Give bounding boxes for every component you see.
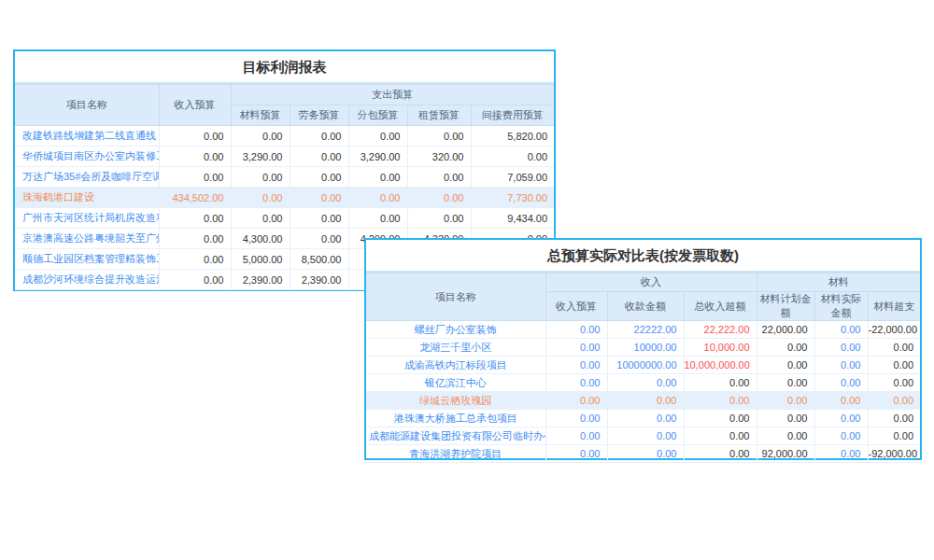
project-name-cell[interactable]: 顺德工业园区档案管理精装饰工程 [15,249,159,270]
table-row[interactable]: 广州市天河区统计局机房改造项目 0.00 0.00 0.00 0.00 0.00… [15,208,554,229]
value-cell: 0.00 [684,427,757,445]
value-cell: 0.00 [545,445,607,463]
value-cell: 0.00 [545,374,607,392]
col-group-income: 收入 [545,273,757,292]
value-cell: 0.00 [684,410,757,427]
project-name-cell[interactable]: 港珠澳大桥施工总承包项目 [366,410,545,427]
value-cell: 0.00 [407,188,471,208]
project-name-cell[interactable]: 龙湖三千里小区 [366,339,545,357]
value-cell: 4,300.00 [231,229,290,249]
table-row[interactable]: 成都能源建设集团投资有限公司临时办公场所装修 0.00 0.00 0.00 0.… [366,427,920,445]
col-header-labor-budget: 劳务预算 [290,105,348,126]
value-cell: 0.00 [348,167,407,188]
value-cell: 0.00 [231,167,290,188]
value-cell: 0.00 [684,374,757,392]
value-cell: 0.00 [757,392,814,410]
value-cell: 0.00 [231,188,290,208]
value-cell: 0.00 [868,392,920,410]
table-row[interactable]: 绿城云栖玫瑰园 0.00 0.00 0.00 0.00 0.00 0.00 [366,392,920,410]
panel1-title: 目标利润报表 [15,51,554,84]
value-cell: -92,000.00 [868,445,920,463]
value-cell: 0.00 [814,339,868,357]
value-cell: 8,500.00 [290,249,348,270]
project-name-cell[interactable]: 广州市天河区统计局机房改造项目 [15,208,159,229]
value-cell: 7,059.00 [471,167,554,188]
value-cell: 22222.00 [607,321,684,339]
col-header-project-name: 项目名称 [15,85,159,126]
table-row[interactable]: 改建铁路线增建第二线直通线（成 0.00 0.00 0.00 0.00 0.00… [15,126,554,147]
value-cell: 0.00 [159,249,231,270]
value-cell: 0.00 [159,270,231,290]
project-name-cell[interactable]: 螺丝厂办公室装饰 [366,321,545,339]
value-cell: 0.00 [159,229,231,249]
value-cell: 320.00 [407,147,471,167]
table-row[interactable]: 银亿滨江中心 0.00 0.00 0.00 0.00 0.00 0.00 [366,374,920,392]
value-cell: 0.00 [868,410,920,427]
col-header-income-budget: 收入预算 [159,85,231,126]
project-name-cell[interactable]: 万达广场35#会所及咖啡厅空调安 [15,167,159,188]
value-cell: 434,502.00 [159,188,231,208]
value-cell: 0.00 [407,208,471,229]
value-cell: 0.00 [290,167,348,188]
value-cell: 0.00 [290,147,348,167]
value-cell: 0.00 [159,147,231,167]
col-header-total-income-excess: 总收入超额 [684,292,757,321]
value-cell: 0.00 [757,410,814,427]
value-cell: 10000000.00 [607,357,684,374]
value-cell: 7,730.00 [471,188,554,208]
value-cell: 3,290.00 [348,147,407,167]
table-row[interactable]: 螺丝厂办公室装饰 0.00 22222.00 22,222.00 22,000.… [366,321,920,339]
project-name-cell[interactable]: 改建铁路线增建第二线直通线（成 [15,126,159,147]
project-name-cell[interactable]: 京港澳高速公路粤境韶关至广州三 [15,229,159,249]
project-name-cell[interactable]: 成渝高铁内江标段项目 [366,357,545,374]
project-name-cell[interactable]: 成都沙河环境综合提升改造运河护 [15,270,159,290]
project-name-cell[interactable]: 珠海鹤港口建设 [15,188,159,208]
project-name-cell[interactable]: 青海洪湖养护院项目 [366,445,545,463]
value-cell: 0.00 [231,208,290,229]
value-cell: 92,000.00 [757,445,814,463]
col-header-income-budget: 收入预算 [545,292,607,321]
value-cell: 0.00 [814,357,868,374]
value-cell: 0.00 [159,126,231,147]
value-cell: 0.00 [231,126,290,147]
value-cell: 0.00 [290,208,348,229]
project-name-cell[interactable]: 绿城云栖玫瑰园 [366,392,545,410]
value-cell: 0.00 [757,357,814,374]
value-cell: 0.00 [545,357,607,374]
value-cell: 2,390.00 [290,270,348,290]
value-cell: 0.00 [684,392,757,410]
project-name-cell[interactable]: 成都能源建设集团投资有限公司临时办公场所装修 [366,427,545,445]
value-cell: 0.00 [757,374,814,392]
col-header-material-actual-amount: 材料实际金额 [814,292,868,321]
value-cell: 0.00 [159,208,231,229]
value-cell: 2,390.00 [231,270,290,290]
col-header-subcontract-budget: 分包预算 [348,105,407,126]
value-cell: 0.00 [757,427,814,445]
table-row[interactable]: 成渝高铁内江标段项目 0.00 10000000.00 10,000,000.0… [366,357,920,374]
value-cell: 0.00 [868,374,920,392]
table-row[interactable]: 万达广场35#会所及咖啡厅空调安 0.00 0.00 0.00 0.00 0.0… [15,167,554,188]
value-cell: 10000.00 [607,339,684,357]
table-row[interactable]: 华侨城项目南区办公室内装修工程 0.00 3,290.00 0.00 3,290… [15,147,554,167]
value-cell: 0.00 [407,167,471,188]
value-cell: 10,000.00 [684,339,757,357]
value-cell: 0.00 [757,339,814,357]
value-cell: 5,000.00 [231,249,290,270]
value-cell: 0.00 [545,339,607,357]
budget-actual-comparison-panel: 总预算实际对比表(按发票取数) 项目名称 收入 材料 收入预算 收款金额 总收入… [364,238,922,460]
table-row[interactable]: 龙湖三千里小区 0.00 10000.00 10,000.00 0.00 0.0… [366,339,920,357]
col-header-material-budget: 材料预算 [231,105,290,126]
value-cell: 0.00 [545,410,607,427]
value-cell: 0.00 [290,126,348,147]
project-name-cell[interactable]: 银亿滨江中心 [366,374,545,392]
value-cell: 0.00 [868,427,920,445]
table-row[interactable]: 港珠澳大桥施工总承包项目 0.00 0.00 0.00 0.00 0.00 0.… [366,410,920,427]
value-cell: 3,290.00 [231,147,290,167]
project-name-cell[interactable]: 华侨城项目南区办公室内装修工程 [15,147,159,167]
value-cell: 5,820.00 [471,126,554,147]
table-row[interactable]: 珠海鹤港口建设 434,502.00 0.00 0.00 0.00 0.00 7… [15,188,554,208]
value-cell: 0.00 [814,321,868,339]
table-row[interactable]: 青海洪湖养护院项目 0.00 0.00 0.00 92,000.00 0.00 … [366,445,920,463]
value-cell: 0.00 [159,167,231,188]
value-cell: 0.00 [814,445,868,463]
